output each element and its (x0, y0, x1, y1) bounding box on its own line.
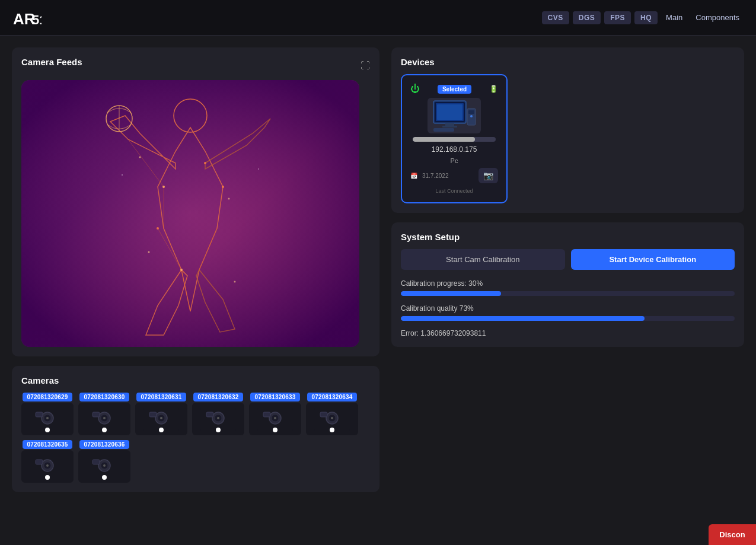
svg-rect-66 (92, 460, 100, 464)
svg-rect-41 (149, 412, 157, 417)
camera-thumb-7[interactable] (78, 450, 130, 483)
camera-thumb-3[interactable] (192, 403, 244, 435)
svg-rect-74 (468, 110, 474, 114)
svg-rect-61 (36, 460, 43, 464)
camera-badge-3[interactable]: 072081320632 (193, 393, 243, 401)
nav-link-components[interactable]: Components (691, 11, 744, 24)
cameras-card: Cameras 072081320629 (12, 366, 379, 492)
svg-point-50 (274, 417, 276, 419)
svg-point-55 (331, 417, 333, 419)
camera-feed-image (21, 80, 359, 347)
selected-badge: Selected (438, 85, 471, 94)
camera-badge-1[interactable]: 072081320630 (79, 393, 129, 401)
camera-thumb-6[interactable] (21, 450, 74, 483)
svg-rect-51 (263, 412, 270, 417)
system-setup-title: System Setup (401, 232, 735, 242)
camera-badge-2[interactable]: 072081320631 (136, 393, 186, 401)
nav-badge-cvs[interactable]: CVS (542, 11, 569, 24)
calibration-progress-fill (401, 291, 501, 296)
camera-item-6: 072081320635 (21, 440, 74, 483)
camera-thumb-1[interactable] (78, 403, 130, 435)
calibration-progress-label: Calibration progress: 30% (401, 279, 735, 288)
camera-status-dot-0 (45, 428, 50, 432)
svg-point-23 (148, 251, 150, 253)
cameras-title: Cameras (21, 375, 370, 385)
power-icon: ⏻ (410, 84, 420, 94)
camera-status-dot-5 (330, 428, 334, 432)
expand-icon[interactable]: ⛶ (361, 60, 370, 71)
last-connected-date: 31.7.2022 (422, 173, 449, 179)
right-panel: Devices ⏻ Selected 🔋 (379, 47, 744, 533)
start-device-calibration-button[interactable]: Start Device Calibration (571, 249, 735, 270)
svg-point-16 (162, 186, 165, 188)
svg-point-22 (228, 198, 230, 200)
camera-feeds-header: Camera Feeds ⛶ (21, 57, 370, 74)
svg-rect-56 (320, 412, 327, 417)
device-progress-bar (413, 137, 496, 142)
camera-thumb-2[interactable] (135, 403, 187, 435)
svg-point-60 (46, 464, 49, 467)
nav-badge-hq[interactable]: HQ (634, 11, 658, 24)
svg-point-40 (160, 417, 162, 419)
camera-thumb-0[interactable] (21, 403, 74, 435)
svg-rect-3 (21, 80, 359, 347)
calibration-progress-section: Calibration progress: 30% (401, 279, 735, 296)
camera-badge-4[interactable]: 072081320633 (250, 393, 299, 401)
camera-status-dot-7 (102, 475, 107, 480)
svg-point-26 (258, 168, 259, 170)
camera-item-4: 072081320633 (249, 393, 301, 435)
svg-rect-36 (92, 412, 100, 417)
device-progress-fill (413, 137, 475, 142)
camera-thumb-4[interactable] (249, 403, 301, 435)
svg-point-20 (222, 186, 224, 188)
camera-item-0: 072081320629 (21, 393, 74, 435)
player-figure-svg (21, 80, 359, 347)
camera-status-dot-3 (216, 428, 221, 432)
cameras-grid: 072081320629 072081320630 (21, 393, 370, 483)
camera-feeds-title: Camera Feeds (21, 57, 82, 67)
calibration-quality-fill (401, 316, 645, 321)
calibration-quality-label: Calibration quality 73% (401, 304, 735, 313)
device-last-connected: 📅 31.7.2022 (410, 173, 449, 179)
svg-point-35 (103, 417, 106, 419)
error-text: Error: 1.360669732093811 (401, 329, 735, 337)
camera-item-5: 072081320634 (306, 393, 358, 435)
device-type: Pc (451, 157, 458, 164)
nav-badge-dgs[interactable]: DGS (573, 11, 601, 24)
svg-point-19 (157, 227, 159, 230)
svg-rect-31 (36, 412, 43, 417)
devices-card: Devices ⏻ Selected 🔋 (391, 47, 744, 213)
camera-badge-0[interactable]: 072081320629 (23, 393, 72, 401)
last-connected-label-top: Last Connected (435, 188, 473, 194)
device-card: ⏻ Selected 🔋 (401, 74, 508, 203)
disconnect-button[interactable]: Discon (709, 524, 744, 533)
calibration-quality-section: Calibration quality 73% (401, 304, 735, 321)
device-card-top: ⏻ Selected 🔋 (410, 84, 498, 94)
device-ip: 192.168.0.175 (432, 145, 477, 154)
nav-bar: CVS DGS FPS HQ Main Components (542, 11, 744, 24)
camera-status-dot-2 (159, 428, 164, 432)
logo: AR 51 (12, 7, 42, 29)
setup-buttons: Start Cam Calibration Start Device Calib… (401, 249, 735, 270)
svg-point-21 (139, 157, 141, 158)
device-image (428, 98, 481, 133)
camera-item-1: 072081320630 (78, 393, 130, 435)
camera-status-dot-1 (102, 428, 107, 432)
battery-icon: 🔋 (489, 85, 498, 93)
svg-text:51: 51 (32, 12, 42, 27)
nav-badge-fps[interactable]: FPS (604, 11, 631, 24)
camera-item-3: 072081320632 (192, 393, 244, 435)
svg-rect-46 (206, 412, 213, 417)
svg-point-30 (46, 417, 49, 419)
calibration-quality-bar (401, 316, 735, 321)
main-layout: Camera Feeds ⛶ (0, 36, 756, 545)
camera-badge-6[interactable]: 072081320635 (23, 440, 72, 449)
snapshot-button[interactable]: 📷 (479, 168, 498, 183)
nav-link-main[interactable]: Main (661, 11, 687, 24)
camera-thumb-5[interactable] (306, 403, 358, 435)
svg-point-18 (204, 162, 206, 164)
camera-badge-7[interactable]: 072081320636 (79, 440, 129, 449)
start-cam-calibration-button[interactable]: Start Cam Calibration (401, 249, 565, 270)
calibration-progress-bar (401, 291, 735, 296)
camera-badge-5[interactable]: 072081320634 (307, 393, 356, 401)
